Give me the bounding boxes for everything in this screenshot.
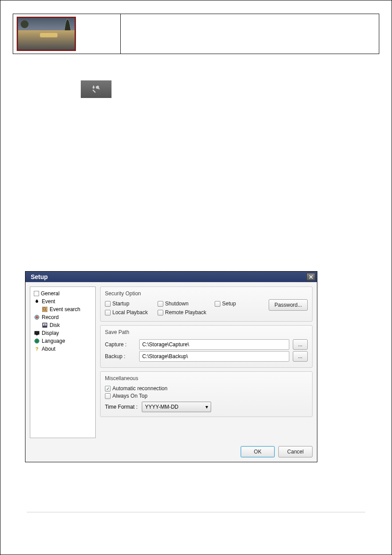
record-icon: [34, 314, 40, 320]
tree-item-display[interactable]: Display: [32, 329, 94, 337]
svg-point-7: [44, 324, 46, 326]
svg-rect-8: [35, 331, 39, 334]
tree-item-about[interactable]: ? About: [32, 345, 94, 353]
checkbox-startup[interactable]: Startup: [105, 301, 158, 307]
browse-backup-button[interactable]: ...: [293, 351, 308, 362]
chevron-down-icon: ▾: [205, 404, 208, 410]
tree-item-event-search[interactable]: Event search: [40, 305, 94, 313]
save-path-group: Save Path Capture : C:\Storage\Capture\ …: [100, 325, 313, 368]
miscellaneous-group: Miscellaneous ✓Automatic reconnection Al…: [100, 371, 313, 417]
checkbox-label: Automatic reconnection: [112, 385, 167, 392]
svg-rect-9: [36, 334, 38, 335]
tree-item-record[interactable]: Record: [32, 313, 94, 321]
tree-label: Event search: [50, 306, 80, 312]
ok-button[interactable]: OK: [241, 446, 275, 457]
tree-item-disk[interactable]: Disk: [40, 321, 94, 329]
description-cell: [121, 14, 379, 54]
svg-point-4: [36, 316, 38, 318]
dialog-titlebar: Setup ✕: [25, 272, 317, 282]
search-list-icon: [42, 306, 48, 312]
checkbox-label: Local Playback: [112, 309, 148, 316]
checkbox-label: Remote Playback: [165, 309, 206, 316]
close-button[interactable]: ✕: [306, 273, 315, 281]
checkbox-label: Setup: [222, 301, 236, 307]
time-format-label: Time Format :: [105, 404, 137, 410]
tree-label: Display: [42, 330, 59, 336]
close-icon: ✕: [309, 274, 313, 280]
camera-preview-thumbnail: [17, 17, 76, 51]
checkbox-auto-reconnect[interactable]: ✓Automatic reconnection: [105, 385, 308, 392]
time-format-select[interactable]: YYYY-MM-DD ▾: [142, 402, 211, 412]
checkbox-local-playback[interactable]: Local Playback: [105, 309, 158, 316]
display-icon: [34, 330, 40, 336]
tools-icon: [92, 85, 101, 94]
checkbox-label: Shutdown: [165, 301, 188, 307]
settings-panels: Security Option Startup Shutdown Setup L…: [100, 287, 313, 438]
backup-label: Backup :: [105, 353, 136, 359]
tree-label: Disk: [50, 322, 60, 328]
tree-label: About: [42, 346, 55, 352]
tree-label: Event: [42, 298, 55, 305]
checkbox-shutdown[interactable]: Shutdown: [158, 301, 215, 307]
page-footer-rule: [27, 512, 365, 512]
flame-icon: [34, 298, 40, 305]
checkbox-label: Always On Top: [112, 393, 147, 399]
group-title: Miscellaneous: [105, 374, 308, 384]
disk-icon: [42, 322, 48, 328]
capture-path-input[interactable]: C:\Storage\Capture\: [139, 339, 289, 350]
tree-label: General: [41, 290, 60, 297]
tree-label: Language: [42, 338, 65, 344]
dialog-body: General Event Event search Record Disk: [25, 282, 317, 443]
password-button[interactable]: Password...: [269, 299, 308, 311]
tree-item-event[interactable]: Event: [32, 297, 94, 305]
globe-icon: [34, 338, 40, 344]
dialog-footer: OK Cancel: [25, 443, 317, 462]
group-title: Security Option: [105, 289, 308, 299]
tree-item-language[interactable]: Language: [32, 337, 94, 345]
cancel-button[interactable]: Cancel: [278, 446, 313, 457]
security-option-group: Security Option Startup Shutdown Setup L…: [100, 287, 313, 322]
select-value: YYYY-MM-DD: [145, 404, 178, 410]
page-icon: [34, 291, 39, 296]
group-title: Save Path: [105, 327, 308, 338]
manual-page: manualshive.com Setup ✕ General Event: [0, 0, 392, 555]
browse-capture-button[interactable]: ...: [293, 339, 308, 350]
tree-label: Record: [42, 314, 59, 320]
setup-dialog: Setup ✕ General Event Event search: [25, 271, 317, 462]
checkbox-label: Startup: [112, 301, 129, 307]
checkbox-remote-playback[interactable]: Remote Playback: [158, 309, 206, 316]
backup-path-input[interactable]: C:\Storage\Backup\: [139, 351, 289, 362]
top-table: [13, 14, 379, 54]
setup-tools-button[interactable]: [81, 80, 111, 98]
thumbnail-cell: [13, 14, 121, 54]
dialog-title: Setup: [31, 273, 48, 280]
settings-tree: General Event Event search Record Disk: [30, 287, 96, 438]
capture-label: Capture :: [105, 341, 136, 348]
help-icon: ?: [34, 346, 40, 352]
checkbox-always-on-top[interactable]: Always On Top: [105, 393, 308, 399]
tree-item-general[interactable]: General: [32, 290, 94, 297]
checkbox-setup[interactable]: Setup: [215, 301, 254, 307]
